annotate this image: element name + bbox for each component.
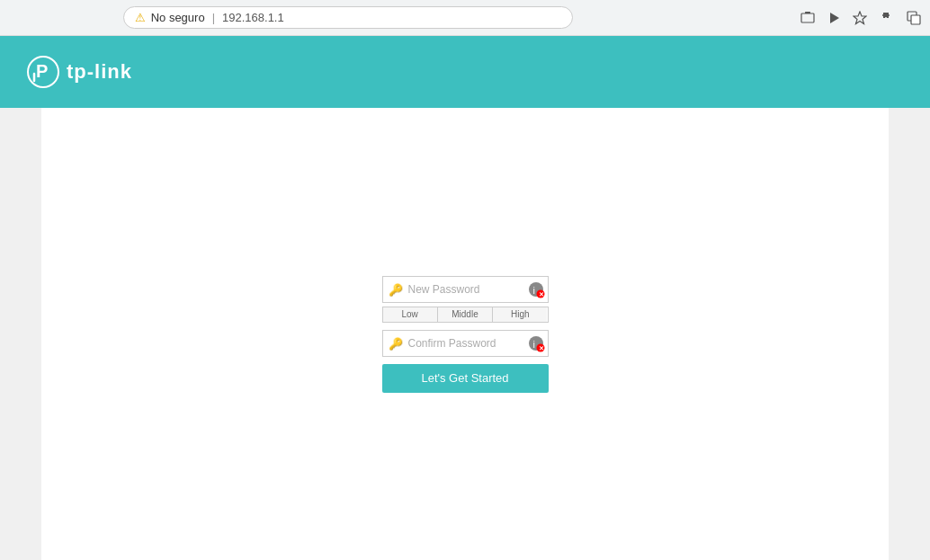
page: P tp-link 🔑 i ✕ [0, 36, 930, 560]
address-url: 192.168.1.1 [222, 11, 284, 24]
new-password-key-icon: 🔑 [389, 282, 403, 296]
svg-marker-2 [830, 13, 839, 23]
new-password-clear-icon[interactable]: i ✕ [527, 280, 545, 298]
strength-middle: Middle [438, 307, 493, 322]
confirm-password-key-icon: 🔑 [389, 336, 403, 350]
security-warning-icon: ⚠ [135, 11, 146, 24]
new-password-input[interactable] [382, 276, 549, 303]
address-bar[interactable]: ⚠ No seguro | 192.168.1.1 [123, 6, 573, 29]
new-password-wrapper: 🔑 i ✕ [382, 276, 549, 303]
svg-text:✕: ✕ [538, 345, 543, 351]
bookmark-star-icon[interactable] [853, 11, 867, 25]
svg-rect-1 [805, 12, 810, 13]
confirm-password-clear-icon[interactable]: i ✕ [527, 334, 545, 352]
get-started-button[interactable]: Let's Get Started [382, 364, 549, 393]
security-warning-text: No seguro [151, 11, 205, 24]
main-content: 🔑 i ✕ Low Middle High [41, 108, 889, 560]
browser-chrome: ⚠ No seguro | 192.168.1.1 [0, 0, 930, 36]
tp-link-logo-icon: P [27, 56, 59, 88]
puzzle-icon[interactable] [880, 11, 894, 25]
window-icon[interactable] [907, 11, 921, 25]
strength-low: Low [383, 307, 438, 322]
confirm-password-wrapper: 🔑 i ✕ [382, 330, 549, 357]
password-strength-bar: Low Middle High [382, 307, 549, 323]
svg-rect-0 [801, 13, 814, 22]
tp-link-logo: P tp-link [27, 56, 132, 88]
address-separator: | [212, 11, 215, 24]
svg-text:✕: ✕ [538, 291, 543, 298]
svg-marker-3 [854, 12, 866, 24]
svg-text:P: P [36, 61, 48, 81]
screenshot-icon[interactable] [800, 11, 815, 25]
confirm-password-input[interactable] [382, 330, 549, 357]
tp-link-header: P tp-link [0, 36, 930, 108]
strength-high: High [493, 307, 547, 322]
tp-link-logo-text: tp-link [67, 60, 132, 84]
svg-rect-5 [911, 15, 920, 24]
svg-text:i: i [532, 338, 534, 349]
browser-toolbar [800, 11, 921, 25]
play-icon[interactable] [827, 12, 840, 24]
svg-text:i: i [532, 284, 534, 295]
form-container: 🔑 i ✕ Low Middle High [375, 276, 555, 393]
